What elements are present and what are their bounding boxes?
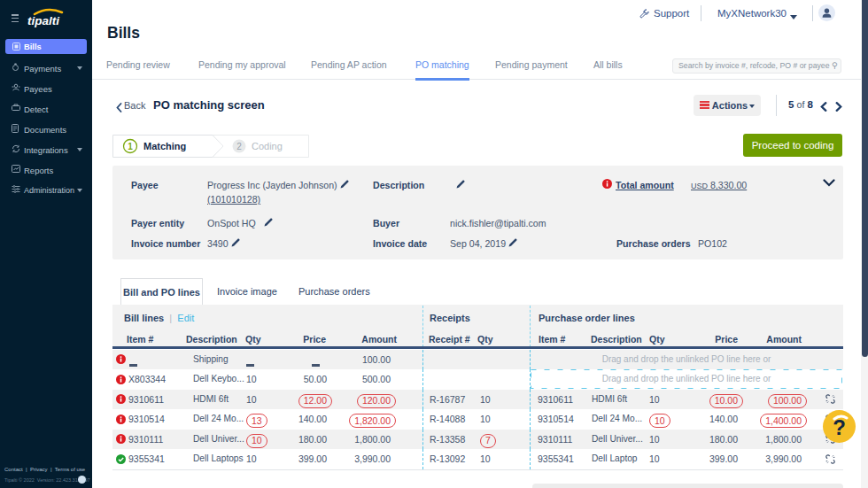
- svg-text:1: 1: [128, 142, 133, 151]
- svg-text:tipalti: tipalti: [27, 14, 59, 27]
- svg-text:2: 2: [236, 142, 242, 151]
- svg-text:Coding: Coding: [252, 141, 283, 151]
- svg-text:Matching: Matching: [143, 141, 186, 151]
